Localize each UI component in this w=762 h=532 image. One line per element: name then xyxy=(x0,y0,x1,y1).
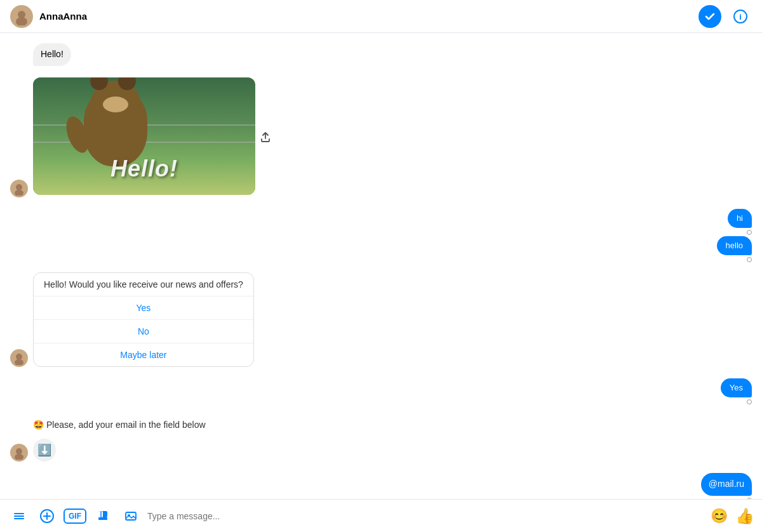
msg-section-email-request: 🤩 Please, add your email in the field be… xyxy=(10,415,752,463)
svg-rect-13 xyxy=(14,515,24,517)
gif-button[interactable]: GIF xyxy=(64,509,86,524)
bubble-email: @mail.ru xyxy=(701,473,752,496)
bottom-bar: GIF 😊 👍 xyxy=(0,499,762,532)
image-button[interactable] xyxy=(119,505,142,528)
contact-avatar xyxy=(10,5,33,28)
email-request-text: Please, add your email in the field belo… xyxy=(46,420,206,430)
header-actions: i xyxy=(698,5,752,28)
svg-point-9 xyxy=(15,454,23,460)
bubble-yes: Yes xyxy=(721,378,752,397)
message-input[interactable] xyxy=(147,511,702,521)
contact-name: AnnaAnna xyxy=(39,11,698,22)
msg-section-right-hi: hi hello xyxy=(10,209,752,262)
msg-row: Hello! xyxy=(10,43,752,66)
flag-button[interactable] xyxy=(91,505,114,528)
hello-image[interactable]: Hello! xyxy=(33,77,255,195)
bubble-hello: Hello! xyxy=(33,43,71,66)
thumb-button[interactable]: 👍 xyxy=(735,507,754,525)
msg-section-right-yes: Yes xyxy=(10,378,752,404)
svg-rect-18 xyxy=(98,517,107,520)
quick-reply-header: Hello! Would you like receive our news a… xyxy=(34,273,253,296)
bubble-hello-right: hello xyxy=(717,236,752,255)
add-button[interactable] xyxy=(36,505,58,528)
svg-point-4 xyxy=(16,184,22,190)
msg-section-hello-image: Hello! xyxy=(10,77,752,199)
quick-reply-no[interactable]: No xyxy=(34,320,253,343)
chat-header: AnnaAnna i xyxy=(0,0,762,33)
svg-point-8 xyxy=(16,448,22,455)
read-receipt-hi xyxy=(745,230,752,235)
svg-point-5 xyxy=(15,190,23,196)
verify-button[interactable] xyxy=(698,5,721,28)
msg-section-quick-reply: Hello! Would you like receive our news a… xyxy=(10,272,752,368)
emoji-icon: 🤩 xyxy=(33,420,44,430)
arrow-down-bubble: ⬇️ xyxy=(33,439,56,462)
chat-area: Hello! xyxy=(0,33,762,499)
svg-text:i: i xyxy=(739,11,742,21)
email-request-msg: 🤩 Please, add your email in the field be… xyxy=(33,415,206,435)
bot-avatar-email xyxy=(10,444,28,462)
quick-reply-card: Hello! Would you like receive our news a… xyxy=(33,272,254,367)
svg-point-6 xyxy=(16,354,22,360)
bot-avatar xyxy=(10,180,28,197)
msg-row-image: Hello! xyxy=(10,77,752,197)
msg-section-email: @mail.ru xyxy=(10,473,752,499)
image-caption: Hello! xyxy=(110,156,178,182)
read-receipt-hello xyxy=(745,257,752,262)
msg-section-hello-text: Hello! xyxy=(10,43,752,67)
emoji-button[interactable]: 😊 xyxy=(707,505,730,528)
quick-reply-yes[interactable]: Yes xyxy=(34,296,253,320)
info-button[interactable]: i xyxy=(729,5,752,28)
share-button[interactable] xyxy=(257,128,274,146)
msg-row-card: Hello! Would you like receive our news a… xyxy=(10,272,752,367)
svg-rect-12 xyxy=(14,513,24,514)
quick-reply-maybe[interactable]: Maybe later xyxy=(34,343,253,366)
read-receipt-yes xyxy=(745,399,752,404)
svg-point-1 xyxy=(16,17,27,25)
msg-row-email: 🤩 Please, add your email in the field be… xyxy=(10,415,752,462)
menu-button[interactable] xyxy=(8,505,30,528)
bubble-hi: hi xyxy=(728,209,752,228)
svg-point-7 xyxy=(15,359,23,365)
svg-rect-14 xyxy=(14,518,24,519)
bot-avatar-card xyxy=(10,349,28,367)
svg-rect-19 xyxy=(126,512,136,520)
